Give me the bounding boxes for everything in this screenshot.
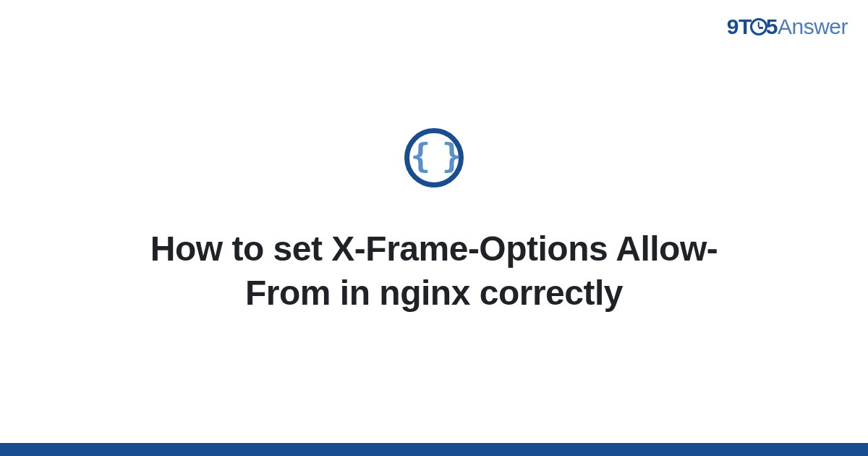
braces-glyph: { } (410, 139, 457, 177)
code-braces-icon: { } (404, 128, 464, 187)
page-title: How to set X-Frame-Options Allow-From in… (109, 227, 760, 316)
footer-bar (0, 443, 868, 456)
main-content: { } How to set X-Frame-Options Allow-Fro… (0, 0, 868, 443)
